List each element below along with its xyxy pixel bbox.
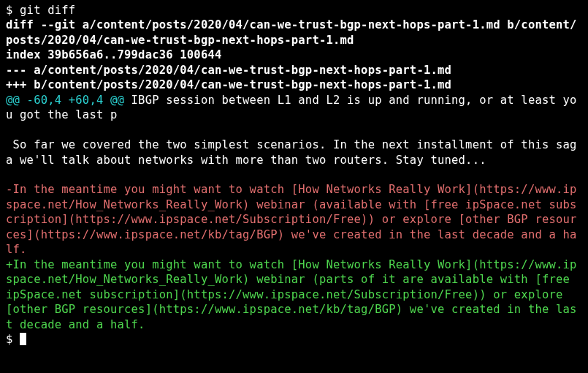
diff-header-index: index 39b656a6..799dac36 100644 [6,48,582,62]
diff-header-old: --- a/content/posts/2020/04/can-we-trust… [6,63,582,78]
cursor-icon [20,333,26,345]
hunk-header: @@ -60,4 +60,4 @@ IBGP session between L… [6,93,582,123]
command-line[interactable]: $ git diff [6,3,582,18]
trailing-prompt-line[interactable]: $ [6,332,582,347]
command-text: git diff [20,4,75,17]
prompt-symbol: $ [6,4,20,17]
terminal-window[interactable]: $ git diffdiff --git a/content/posts/202… [0,0,588,353]
added-line: +In the meantime you might want to watch… [6,257,582,332]
removed-line: -In the meantime you might want to watch… [6,182,582,257]
diff-header-file: diff --git a/content/posts/2020/04/can-w… [6,18,582,48]
hunk-marker: @@ -60,4 +60,4 @@ [6,94,124,107]
context-line: So far we covered the two simplest scena… [6,137,582,167]
diff-header-new: +++ b/content/posts/2020/04/can-we-trust… [6,78,582,92]
trailing-prompt: $ [6,333,20,346]
context-blank [6,123,582,137]
context-blank-2 [6,167,582,182]
